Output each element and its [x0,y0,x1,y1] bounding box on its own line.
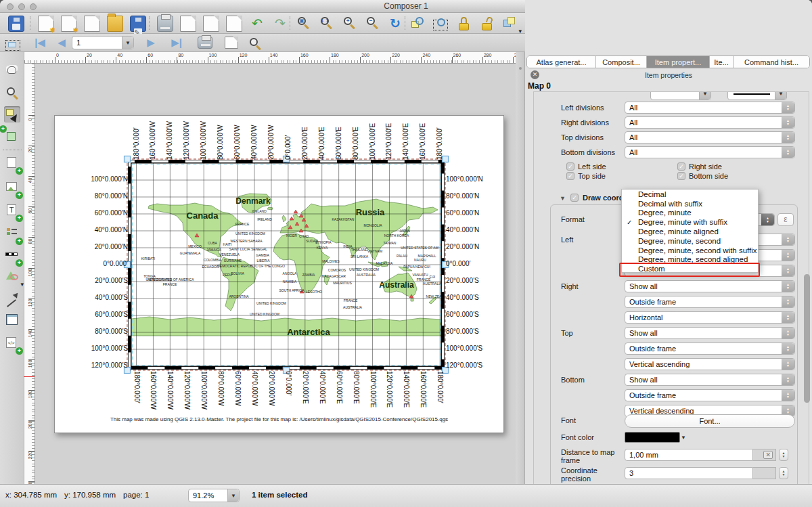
move-content-icon[interactable] [4,129,20,146]
save-as-icon[interactable] [130,16,146,32]
left-divisions-combo[interactable]: All▲▼ [625,102,795,114]
bottom-divisions-combo[interactable]: All▲▼ [625,146,795,158]
atlas-page-combo[interactable]: 1▼ [72,36,134,49]
composer-manager-icon[interactable] [84,16,100,32]
raise-items-icon[interactable] [502,16,518,32]
atlas-next-icon[interactable]: ▶ [143,36,158,49]
checkbox-bottom-side[interactable]: ✓ [677,172,685,180]
composition-canvas[interactable]: 100°0.000′N80°0.000′N60°0.000′N40°0.000′… [35,64,516,484]
export-svg-icon[interactable] [203,16,219,32]
expression-button[interactable]: ε [777,213,794,226]
menu-item-degree-minute-second[interactable]: Degree, minute, second [622,236,758,246]
tab-atlasgenerat[interactable]: Atlas generat... [527,56,596,68]
right-combo-0[interactable]: Show all▲▼ [625,280,795,292]
tab-commandhist[interactable]: Command hist... [734,56,809,68]
stepper-icon[interactable]: ▲▼ [779,467,788,479]
checkbox-draw-coordinates[interactable]: ✓ [570,194,579,202]
checkbox-top-side[interactable]: ✓ [566,172,574,180]
new-composer-icon[interactable] [38,16,54,32]
menu-item-decimal[interactable]: Decimal [622,190,758,199]
tab-composit[interactable]: Composit... [596,56,647,68]
pan-icon[interactable] [4,63,20,79]
zoom-icon[interactable] [4,85,20,101]
checkbox-right-side[interactable]: ✓ [677,162,685,171]
disclosure-triangle-icon[interactable]: ▼ [560,195,566,202]
menu-item-degree-minute[interactable]: Degree, minute [622,208,758,218]
panel-splitter[interactable] [516,52,525,484]
menu-item-degree-minute-second-with-suffix[interactable]: Degree, minute, second with suffix [622,246,758,255]
undo-icon[interactable]: ↶ [249,16,265,32]
atlas-prev-icon[interactable]: ◀ [54,36,69,49]
save-project-icon[interactable] [8,16,24,32]
graticule-label-bottom: 180°0.000′ [133,371,140,414]
clear-icon[interactable]: ✕ [763,451,773,459]
lock-items-icon[interactable] [456,16,472,32]
export-image-icon[interactable] [180,16,196,32]
add-scalebar-icon[interactable] [4,247,20,263]
top-combo-0[interactable]: Show all▲▼ [625,327,795,339]
add-image-icon[interactable] [4,179,20,196]
atlas-first-icon[interactable]: |◀ [32,36,47,49]
distance-input[interactable]: 1,00 mm [625,449,753,461]
atlas-settings-icon[interactable] [248,36,263,49]
zoom-actual-icon[interactable]: 1:1 [319,16,336,32]
grid-line-style-combo[interactable]: ▼ [727,91,787,100]
atlas-last-icon[interactable]: ▶| [169,36,184,49]
composition-page[interactable]: 100°0.000′N80°0.000′N60°0.000′N40°0.000′… [54,115,504,433]
precision-input[interactable]: 3 [625,467,753,479]
print-icon[interactable] [157,16,173,32]
redo-icon[interactable]: ↷ [272,16,288,32]
add-map-icon[interactable] [4,155,20,171]
atlas-export-icon[interactable] [225,37,238,49]
top-combo-2[interactable]: Vertical ascending▲▼ [625,358,795,370]
unlock-items-icon[interactable] [479,16,495,32]
cursor-x-readout: x: 304.785 mm [5,491,57,499]
stepper-icon[interactable]: ▲▼ [779,449,788,461]
zoom-full-icon[interactable]: ▣ [296,16,313,32]
close-panel-icon[interactable]: ✕ [531,70,539,79]
country-label-small: JAPAN [399,229,410,233]
add-html-icon[interactable]: </> [4,335,20,351]
top-divisions-combo[interactable]: All▲▼ [625,131,795,144]
duplicate-composer-icon[interactable] [61,16,77,32]
ruler-number: 0 [56,53,59,58]
tab-ite[interactable]: Ite... [710,56,734,68]
menu-item-decimal-with-suffix[interactable]: Decimal with suffix [622,199,758,208]
distance-value: 1,00 mm [629,449,658,460]
add-arrow-icon[interactable] [4,290,20,307]
zoom-level-combo[interactable]: 91.2% ▼ [188,489,240,502]
tab-itempropert[interactable]: Item propert... [647,56,710,68]
right-combo-1[interactable]: Outside frame▲▼ [625,296,795,308]
menu-item-degree-minute-with-suffix[interactable]: ✓Degree, minute with suffix [622,217,758,227]
add-attribute-table-icon[interactable] [4,312,20,328]
country-label-small: GAMBIA [256,253,269,257]
atlas-print-icon[interactable] [198,37,212,49]
bottom-combo-1[interactable]: Outside frame▲▼ [625,389,795,401]
font-color-swatch[interactable] [625,432,680,443]
zoom-out-icon[interactable]: − [365,16,382,32]
export-pdf-icon[interactable] [226,16,242,32]
add-legend-icon[interactable] [4,225,20,242]
stepper-icon: ▲▼ [782,117,794,128]
refresh-view-icon[interactable]: ↻ [387,16,403,32]
ruler-tick [330,57,330,63]
font-label: Font [561,416,576,424]
menu-item-degree-minute-aligned[interactable]: Degree, minute aligned [622,227,758,236]
right-combo-2[interactable]: Horizontal▲▼ [625,311,795,324]
add-label-icon[interactable]: T [4,202,20,219]
font-button[interactable]: Font... [625,414,795,428]
add-shape-icon[interactable] [4,269,20,285]
panel-scrollbar[interactable] [804,274,810,403]
move-item-content-icon[interactable] [433,16,449,32]
top-combo-1[interactable]: Outside frame▲▼ [625,343,795,355]
open-icon[interactable] [107,16,123,32]
select-move-item-icon[interactable] [410,16,426,32]
grid-style-combo[interactable]: ▼ [650,91,711,100]
zoom-in-icon[interactable]: + [342,16,359,32]
atlas-preview-icon[interactable] [5,36,20,49]
checkbox-left-side[interactable]: ✓ [566,162,574,171]
select-move-item-icon[interactable] [4,106,20,123]
right-divisions-combo[interactable]: All▲▼ [625,116,795,129]
bottom-combo-0[interactable]: Show all▲▼ [625,374,795,386]
font-color-dropdown-icon[interactable]: ▼ [681,435,686,441]
